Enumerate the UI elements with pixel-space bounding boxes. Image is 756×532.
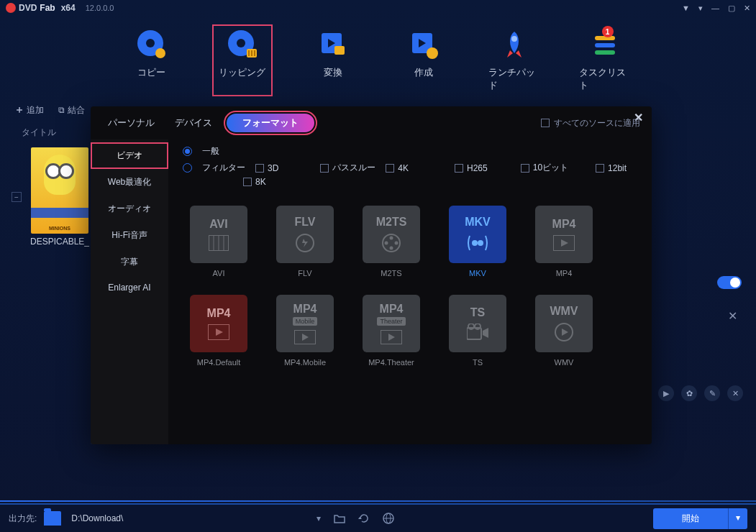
tab-convert[interactable]: 変換 [307, 29, 359, 92]
svg-point-4 [237, 39, 245, 47]
web-button[interactable] [380, 513, 397, 524]
radio-general[interactable] [183, 147, 192, 156]
sidebar-item-audio[interactable]: オーディオ [91, 196, 168, 222]
sidebar-item-video[interactable]: ビデオ [91, 142, 168, 169]
format-mp4[interactable]: MP4 MP4 [528, 206, 600, 278]
item-remove-button[interactable]: ✕ [728, 309, 737, 323]
check-12bit-label: 12bit [608, 163, 627, 173]
item-enable-toggle[interactable] [717, 276, 742, 289]
format-label: MP4.Mobile [284, 358, 326, 367]
format-mp4-default[interactable]: MP4 MP4.Default [183, 295, 255, 367]
apply-all-label: すべてのソースに適用 [554, 117, 640, 129]
titlebar: DVDFab x64 12.0.0.0 ▼ ▾ — ▢ ✕ [0, 0, 756, 16]
bottom-bar: 出力先: D:\Download\ ▾ 開始 ▾ [0, 503, 756, 532]
svg-rect-7 [251, 50, 252, 56]
format-mkv[interactable]: MKV MKV [442, 206, 514, 278]
collapse-button[interactable]: − [12, 192, 22, 202]
tasklist-icon: 1 [589, 29, 621, 60]
sidebar-item-hifi[interactable]: Hi-Fi音声 [91, 222, 168, 249]
tab-ripping[interactable]: リッピング [217, 29, 268, 92]
tab-tasklist[interactable]: 1 タスクリスト [579, 29, 631, 92]
format-m2ts[interactable]: M2TS M2TS [355, 206, 427, 278]
svg-rect-6 [248, 50, 250, 56]
shirt-icon[interactable]: ▼ [682, 4, 690, 13]
apply-all-checkbox[interactable] [541, 119, 550, 127]
folder-icon[interactable] [44, 511, 61, 526]
refresh-button[interactable] [355, 513, 373, 524]
maximize-button[interactable]: ▢ [728, 4, 735, 13]
merge-button[interactable]: ⧉ 結合 [58, 104, 84, 116]
format-mp4-mobile[interactable]: MP4Mobile MP4.Mobile [269, 295, 341, 367]
svg-point-28 [385, 242, 388, 245]
sidebar-item-enlarger[interactable]: Enlarger AI [91, 275, 168, 300]
mkv-icon [465, 233, 490, 253]
check-10bit[interactable] [521, 164, 529, 173]
tile-sub: Theater [377, 317, 405, 326]
sidebar-item-web[interactable]: Web最適化 [91, 169, 168, 196]
modal-tab-personal[interactable]: パーソナル [102, 114, 160, 132]
filter-row-1: 一般 [183, 145, 637, 157]
format-label: MP4 [556, 269, 573, 278]
path-dropdown-icon[interactable]: ▾ [316, 513, 321, 523]
modal-tab-format[interactable]: フォーマット [227, 114, 314, 132]
format-label: FLV [298, 269, 311, 278]
flash-icon [295, 233, 315, 253]
svg-point-14 [427, 47, 438, 59]
format-label: MP4.Theater [368, 358, 414, 367]
modal-tab-device[interactable]: デバイス [169, 114, 218, 132]
rocket-icon [498, 29, 530, 60]
check-8k-label: 8K [255, 177, 266, 187]
check-3d[interactable] [255, 164, 264, 173]
minimize-button[interactable]: — [711, 4, 719, 13]
radio-filter[interactable] [183, 163, 192, 173]
apply-all-checkbox-group[interactable]: すべてのソースに適用 [541, 117, 640, 129]
play-icon [553, 235, 575, 251]
browse-folder-button[interactable] [331, 513, 348, 523]
format-label: WMV [555, 358, 574, 367]
format-ts[interactable]: TS TS [442, 295, 514, 367]
app-version: 12.0.0.0 [86, 4, 114, 12]
edit-button[interactable]: ✎ [704, 385, 720, 401]
start-dropdown-button[interactable]: ▾ [728, 508, 747, 529]
film-icon [209, 235, 229, 251]
svg-marker-36 [302, 334, 309, 341]
check-12bit[interactable] [596, 164, 604, 173]
tile-text: MP4 [552, 218, 576, 231]
tab-create[interactable]: 作成 [398, 29, 450, 92]
play-icon [294, 330, 316, 344]
svg-marker-34 [216, 329, 223, 336]
svg-rect-8 [254, 50, 255, 56]
tab-copy[interactable]: コピー [126, 29, 178, 92]
movie-thumbnail[interactable]: MINIONS [31, 147, 88, 234]
play-preview-button[interactable]: ▶ [658, 385, 674, 401]
add-button[interactable]: ＋ 追加 [14, 104, 44, 116]
brand: DVDFab x64 12.0.0.0 [6, 3, 114, 13]
format-flv[interactable]: FLV FLV [269, 206, 341, 278]
sidebar-item-subtitle[interactable]: 字幕 [91, 249, 168, 275]
delete-button[interactable]: ✕ [727, 385, 743, 401]
radio-general-label: 一般 [202, 145, 219, 157]
check-h265[interactable] [455, 164, 463, 173]
format-wmv[interactable]: WMV WMV [528, 295, 600, 367]
modal-header: パーソナル デバイス フォーマット すべてのソースに適用 [91, 106, 652, 139]
close-window-button[interactable]: ✕ [744, 4, 750, 13]
tab-create-label: 作成 [414, 66, 433, 79]
check-passthrough[interactable] [320, 164, 329, 173]
tab-launchpad[interactable]: ランチパッド [488, 29, 540, 92]
output-path[interactable]: D:\Download\ ▾ [68, 513, 324, 523]
format-avi[interactable]: AVI AVI [183, 206, 255, 278]
settings-gear-button[interactable]: ✿ [681, 385, 697, 401]
filter-row-2: フィルター 3D パススルー 4K H265 10ビット 12bit [183, 162, 637, 174]
play-icon [208, 324, 229, 340]
start-button[interactable]: 開始 [653, 508, 728, 529]
disc-copy-icon [136, 29, 168, 60]
dropdown-icon[interactable]: ▾ [698, 4, 703, 13]
merge-label: 結合 [68, 105, 85, 115]
tile-text: FLV [294, 216, 315, 229]
radio-filter-label: フィルター [202, 162, 245, 174]
tile-text: M2TS [376, 216, 407, 229]
check-4k[interactable] [386, 164, 394, 173]
format-mp4-theater[interactable]: MP4Theater MP4.Theater [355, 295, 427, 367]
format-label: M2TS [381, 269, 401, 278]
check-8k[interactable] [243, 178, 252, 186]
